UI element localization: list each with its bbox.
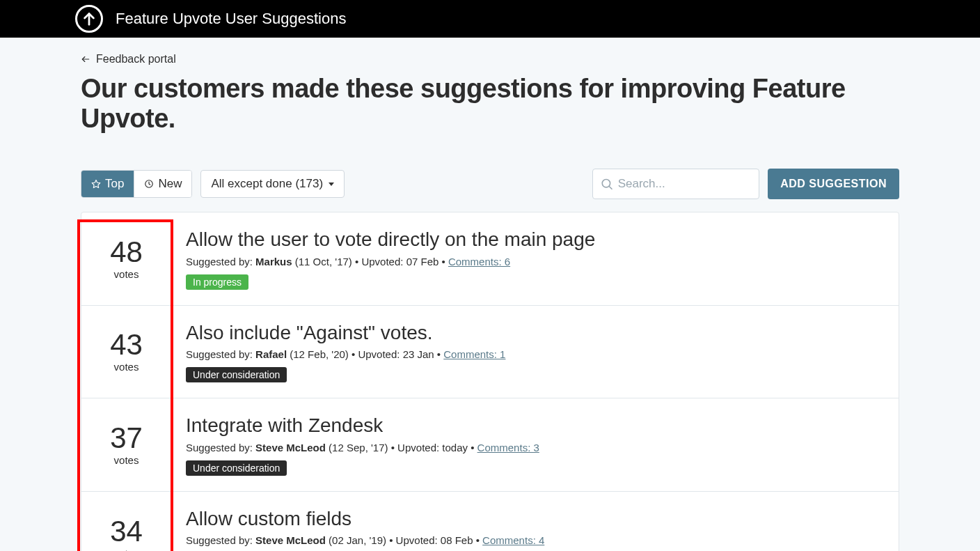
arrow-left-icon bbox=[81, 54, 90, 64]
search-input[interactable] bbox=[618, 177, 752, 191]
filter-label: All except done (173) bbox=[211, 177, 323, 191]
item-content: Allow the user to vote directly on the m… bbox=[172, 228, 885, 290]
svg-marker-2 bbox=[92, 180, 100, 187]
item-meta: Suggested by: Rafael (12 Feb, '20) • Upv… bbox=[186, 348, 885, 360]
vote-label: votes bbox=[81, 548, 171, 551]
item-title[interactable]: Allow custom fields bbox=[186, 507, 885, 531]
vote-label: votes bbox=[81, 454, 171, 466]
comments-link[interactable]: Comments: 6 bbox=[448, 256, 510, 267]
item-author: Markus bbox=[255, 256, 292, 267]
status-badge: Under consideration bbox=[186, 367, 287, 382]
item-content: Integrate with ZendeskSuggested by: Stev… bbox=[172, 414, 885, 476]
sort-new-label: New bbox=[158, 177, 182, 191]
item-title[interactable]: Allow the user to vote directly on the m… bbox=[186, 228, 885, 251]
svg-line-5 bbox=[609, 186, 612, 189]
list-item[interactable]: 48votesAllow the user to vote directly o… bbox=[81, 212, 899, 306]
caret-down-icon bbox=[329, 183, 334, 186]
vote-label: votes bbox=[81, 361, 171, 373]
item-author: Rafael bbox=[255, 348, 287, 360]
page-title: Our customers made these suggestions for… bbox=[81, 74, 899, 134]
sort-top-label: Top bbox=[105, 177, 124, 191]
vote-count: 37 bbox=[81, 424, 171, 453]
vote-count: 43 bbox=[81, 330, 171, 359]
comments-link[interactable]: Comments: 3 bbox=[477, 442, 539, 453]
logo-upvote-icon bbox=[75, 5, 103, 33]
search-box[interactable] bbox=[592, 169, 759, 199]
item-author: Steve McLeod bbox=[255, 534, 326, 546]
star-icon bbox=[91, 179, 101, 189]
sort-group: Top New bbox=[81, 170, 192, 198]
item-title[interactable]: Integrate with Zendesk bbox=[186, 414, 885, 437]
vote-label: votes bbox=[81, 268, 171, 280]
item-meta: Suggested by: Steve McLeod (12 Sep, '17)… bbox=[186, 442, 885, 453]
add-suggestion-button[interactable]: ADD SUGGESTION bbox=[768, 169, 899, 199]
vote-panel[interactable]: 34votes bbox=[81, 507, 172, 551]
vote-panel[interactable]: 48votes bbox=[81, 228, 172, 290]
status-badge: In progress bbox=[186, 274, 248, 290]
toolbar: Top New All except done (173) ADD SUGGES… bbox=[81, 169, 899, 199]
filter-dropdown[interactable]: All except done (173) bbox=[200, 170, 345, 198]
comments-link[interactable]: Comments: 4 bbox=[482, 534, 544, 546]
sort-new-button[interactable]: New bbox=[134, 171, 191, 197]
status-badge: Under consideration bbox=[186, 460, 287, 476]
back-link[interactable]: Feedback portal bbox=[81, 53, 176, 65]
item-meta: Suggested by: Markus (11 Oct, '17) • Upv… bbox=[186, 256, 885, 267]
search-icon bbox=[600, 176, 613, 192]
vote-count: 48 bbox=[81, 238, 171, 267]
vote-count: 34 bbox=[81, 517, 171, 546]
vote-panel[interactable]: 37votes bbox=[81, 414, 172, 476]
item-content: Also include "Against" votes.Suggested b… bbox=[172, 321, 885, 383]
item-title[interactable]: Also include "Against" votes. bbox=[186, 321, 885, 345]
vote-panel[interactable]: 43votes bbox=[81, 321, 172, 383]
item-meta: Suggested by: Steve McLeod (02 Jan, '19)… bbox=[186, 534, 885, 546]
item-content: Allow custom fieldsSuggested by: Steve M… bbox=[172, 507, 885, 551]
list-item[interactable]: 34votesAllow custom fieldsSuggested by: … bbox=[81, 492, 899, 551]
comments-link[interactable]: Comments: 1 bbox=[443, 348, 505, 360]
top-bar: Feature Upvote User Suggestions bbox=[0, 0, 980, 38]
list-item[interactable]: 43votesAlso include "Against" votes.Sugg… bbox=[81, 306, 899, 399]
item-author: Steve McLeod bbox=[255, 442, 326, 453]
app-title: Feature Upvote User Suggestions bbox=[116, 10, 346, 28]
back-link-label: Feedback portal bbox=[96, 53, 176, 65]
clock-icon bbox=[144, 179, 154, 189]
sort-top-button[interactable]: Top bbox=[81, 171, 134, 197]
suggestion-list: 48votesAllow the user to vote directly o… bbox=[81, 212, 899, 551]
list-item[interactable]: 37votesIntegrate with ZendeskSuggested b… bbox=[81, 398, 899, 492]
